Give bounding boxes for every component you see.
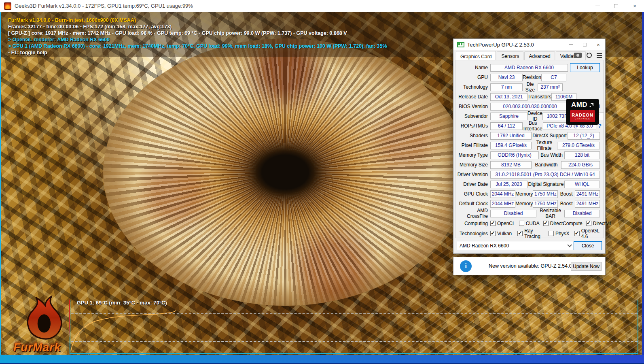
furmark-titlebar[interactable]: Geeks3D FurMark v1.34.0.0 - 172FPS, GPU1… <box>0 0 644 12</box>
shaders-value: 1792 Unified <box>490 132 532 140</box>
gpuz-titlebar[interactable]: TechPowerUp GPU-Z 2.53.0 × <box>453 39 605 50</box>
gpu-value: Navi 23 <box>490 74 523 81</box>
osd-frames: Frames:32177 - time:00:03:06 - FPS:172 (… <box>8 23 387 30</box>
refresh-icon[interactable] <box>586 52 592 58</box>
row-gpu: GPU Navi 23 Revision C7 <box>455 72 603 82</box>
gpuz-maximize-button[interactable] <box>578 39 591 50</box>
technologies-label: Technologies <box>455 231 490 236</box>
rops-tmus-label: ROPs/TMUs <box>455 123 490 129</box>
gpuz-app-icon <box>457 42 464 47</box>
amd-arrow-icon <box>589 102 594 108</box>
subvendor-label: Subvendor <box>455 113 490 119</box>
furmark-app-icon <box>4 2 11 10</box>
default-clock-value: 2044 MHz <box>490 200 515 208</box>
amd-logo-text: AMD <box>571 101 587 109</box>
revision-label: Revision <box>523 75 541 80</box>
rops-tmus-value: 64 / 112 <box>490 122 523 130</box>
lookup-button[interactable]: Lookup <box>570 63 600 72</box>
crossfire-value: Disabled <box>490 210 536 217</box>
gpu-selector-value: AMD Radeon RX 6600 <box>460 243 509 249</box>
update-now-button[interactable]: Update Now <box>571 262 602 271</box>
gpu-clock-value: 2044 MHz <box>490 190 515 198</box>
release-date-label: Release Date <box>455 94 490 100</box>
driver-date-label: Driver Date <box>455 181 490 187</box>
ray-tracing-checkbox[interactable]: Ray Tracing <box>517 228 543 239</box>
graph-label: GPU 1: 69°C (min: 35°C - max: 70°C) <box>77 300 167 306</box>
bus-interface-label: Bus Interface <box>523 120 543 132</box>
gpu-selector-dropdown[interactable]: AMD Radeon RX 6600 <box>457 241 573 250</box>
opengl-checkbox[interactable]: OpenGL 4.6 <box>574 228 600 239</box>
memory-clock-label: Memory <box>515 191 533 197</box>
technology-value: 7 nm <box>490 83 523 91</box>
bus-width-value: 128 bit <box>564 151 600 159</box>
pixel-fillrate-label: Pixel Fillrate <box>455 143 490 148</box>
menu-icon[interactable] <box>597 53 602 58</box>
computing-label: Computing <box>455 221 490 226</box>
temp-curve <box>71 311 176 351</box>
cuda-checkbox[interactable]: CUDA <box>519 221 540 226</box>
window-border-bottom <box>0 355 644 364</box>
osd-gpuz-stats: [ GPU-Z ] core: 1917 MHz - mem: 1742 MHz… <box>8 30 387 36</box>
row-technologies: Technologies Vulkan Ray Tracing PhysX Op… <box>455 228 603 238</box>
texture-fillrate-value: 279.0 GTexel/s <box>557 142 600 149</box>
tab-sensors[interactable]: Sensors <box>497 51 523 61</box>
row-pixel-fillrate: Pixel Fillrate 159.4 GPixel/s Texture Fi… <box>455 140 603 150</box>
gpu-label: GPU <box>455 75 490 80</box>
digital-signature-value: WHQL <box>564 181 600 188</box>
boost-clock-value: 2491 MHz <box>575 190 600 198</box>
maximize-button[interactable] <box>607 0 625 12</box>
update-notification-window: i New version available: GPU-Z 2.54.0 Up… <box>453 257 606 275</box>
minimize-button[interactable] <box>588 0 607 12</box>
default-memory-value: 1750 MHz <box>533 200 558 208</box>
technology-label: Technology <box>455 84 490 90</box>
graphics-text: GRAPHICS <box>575 117 590 120</box>
screenshot-icon[interactable] <box>574 53 582 58</box>
row-driver-version: Driver Version 31.0.21018.5001 (Pro 23.Q… <box>455 170 603 179</box>
row-memory-size: Memory Size 8192 MB Bandwidth 224.0 GB/s <box>455 160 603 170</box>
close-button[interactable]: × <box>625 0 644 12</box>
gpuz-minimize-button[interactable] <box>564 39 578 50</box>
window-border-left <box>0 12 1 355</box>
gpuz-close-button[interactable]: × <box>591 39 605 50</box>
gpuz-window-title: TechPowerUp GPU-Z 2.53.0 <box>467 42 534 48</box>
transistors-label: Transistors <box>527 94 551 100</box>
row-name: Name AMD Radeon RX 6600 Lookup <box>455 63 603 72</box>
row-crossfire: AMD CrossFire Disabled Resizable BAR Dis… <box>455 209 603 218</box>
vulkan-checkbox[interactable]: Vulkan <box>490 231 512 236</box>
memory-size-value: 8192 MB <box>490 161 532 169</box>
update-text: New version available: GPU-Z 2.54.0 <box>489 263 572 269</box>
graphics-card-panel: Name AMD Radeon RX 6600 Lookup GPU Navi … <box>455 60 604 238</box>
directx-value: 12 (12_2) <box>568 132 600 140</box>
osd-heading: FurMark v1.34.0.0 - Burn-in test, 1600x9… <box>8 17 387 23</box>
directml-checkbox[interactable]: DirectML <box>586 221 612 226</box>
memory-type-value: GDDR6 (Hynix) <box>490 151 539 159</box>
pixel-fillrate-value: 159.4 GPixel/s <box>490 142 532 149</box>
row-technology: Technology 7 nm Die Size 237 mm² <box>455 82 603 92</box>
gpuz-close-dialog-button[interactable]: Close <box>574 241 602 250</box>
amd-radeon-logo: AMD RADEON GRAPHICS <box>566 99 599 125</box>
driver-date-value: Jul 25, 2023 <box>490 181 527 188</box>
temp-curve-svg <box>70 300 638 354</box>
row-driver-date: Driver Date Jul 25, 2023 Digital Signatu… <box>455 179 603 189</box>
name-value: AMD Radeon RX 6600 <box>490 64 568 72</box>
row-memory-type: Memory Type GDDR6 (Hynix) Bus Width 128 … <box>455 150 603 160</box>
gpu-temp-graph: GPU 1: 69°C (min: 35°C - max: 70°C) <box>70 300 638 354</box>
osd-gpu1-stats: > GPU 1 (AMD Radeon RX 6600) - core: 192… <box>8 43 387 49</box>
boost-clock-label: Boost <box>558 191 575 197</box>
crossfire-label: AMD CrossFire <box>455 208 490 219</box>
opencl-checkbox[interactable]: OpenCL <box>490 221 515 226</box>
shaders-label: Shaders <box>455 133 490 138</box>
bandwidth-label: Bandwidth <box>532 162 561 168</box>
tab-advanced[interactable]: Advanced <box>524 51 555 61</box>
directcompute-checkbox[interactable]: DirectCompute <box>543 221 583 226</box>
row-computing: Computing OpenCL CUDA DirectCompute Dire… <box>455 218 603 228</box>
furmark-logo: FurMark <box>13 296 78 355</box>
row-default-clock: Default Clock 2044 MHz Memory 1750 MHz B… <box>455 199 603 209</box>
flame-icon <box>22 296 67 341</box>
driver-version-label: Driver Version <box>455 172 490 177</box>
furmark-window-title: Geeks3D FurMark v1.34.0.0 - 172FPS, GPU1… <box>15 3 193 9</box>
subvendor-value: Sapphire <box>490 113 527 120</box>
physx-checkbox[interactable]: PhysX <box>549 231 570 236</box>
gpuz-tabbar: Graphics Card Sensors Advanced Validatio… <box>453 50 605 61</box>
digital-signature-label: Digital Signature <box>527 181 564 187</box>
